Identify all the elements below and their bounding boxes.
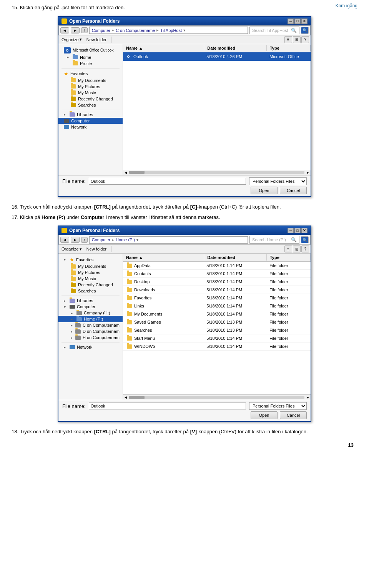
- sidebar2-item-my-music[interactable]: My Music: [58, 276, 123, 282]
- dialog1-back-btn[interactable]: ◄: [60, 27, 69, 33]
- file-row-links[interactable]: Links 5/18/2010 1:14 PM File folder: [123, 302, 311, 310]
- sidebar2-item-searches[interactable]: Searches: [58, 288, 123, 294]
- address-c-on-computername[interactable]: C on Computername: [116, 28, 155, 33]
- dialog2-search-btn[interactable]: 🔍: [301, 236, 309, 243]
- dialog1-forward-btn[interactable]: ►: [71, 27, 80, 33]
- col2-date[interactable]: Date modified: [204, 254, 267, 261]
- file-row-downloads[interactable]: Downloads 5/18/2010 1:14 PM File folder: [123, 286, 311, 294]
- dialog1-search-box[interactable]: Search Til AppHost 🔍: [249, 27, 299, 34]
- dialog2-back-btn[interactable]: ◄: [60, 237, 69, 243]
- addr2-computer[interactable]: Computer: [92, 237, 110, 242]
- sidebar-item-profile[interactable]: Profile: [58, 60, 123, 67]
- dialog2-address-path[interactable]: Computer ▸ Home (P:) ▾: [89, 236, 248, 244]
- new-folder-btn-2[interactable]: New folder: [85, 246, 108, 252]
- dialog2-open-btn[interactable]: Open: [251, 411, 278, 419]
- address-computer[interactable]: Computer: [92, 28, 110, 33]
- dialog2-up-btn[interactable]: ↑: [81, 237, 88, 243]
- sidebar2-item-home-p[interactable]: ▸ Home (P:): [58, 316, 123, 322]
- dialog2-hscrollbar[interactable]: ◄ ►: [123, 394, 311, 400]
- sidebar2-network-label: Network: [77, 345, 92, 349]
- hscroll-right[interactable]: ►: [305, 170, 311, 175]
- sidebar2-item-company-h[interactable]: ▸ Company (H:): [58, 310, 123, 316]
- sidebar2-item-d-computernam[interactable]: ▸ D on Computernam: [58, 328, 123, 334]
- sidebar-item-computer[interactable]: Computer: [58, 118, 123, 124]
- dialog1-close-btn[interactable]: ✕: [301, 18, 308, 24]
- dialog2-close-btn[interactable]: ✕: [301, 228, 308, 233]
- dialog1-up-btn[interactable]: ↑: [81, 27, 88, 33]
- col2-type[interactable]: Type: [267, 254, 311, 261]
- help-btn-2[interactable]: ?: [301, 246, 309, 252]
- toolbar-separator: [111, 37, 111, 43]
- dialog1-min-btn[interactable]: ─: [288, 18, 294, 24]
- hscroll-left[interactable]: ◄: [123, 170, 128, 175]
- sidebar-item-favorites[interactable]: ★ Favorites: [58, 70, 123, 77]
- dialog1-hscrollbar[interactable]: ◄ ►: [123, 170, 311, 175]
- help-btn[interactable]: ?: [301, 36, 309, 43]
- file-date-desktop: 5/18/2010 1:14 PM: [203, 279, 266, 285]
- dialog2-max-btn[interactable]: □: [294, 228, 301, 233]
- file-row-appdata[interactable]: AppData 5/18/2010 1:14 PM File folder: [123, 262, 311, 270]
- dialog2-min-btn[interactable]: ─: [288, 228, 294, 233]
- file-row-searches[interactable]: Searches 5/18/2010 1:13 PM File folder: [123, 326, 311, 334]
- dialog1-search-btn[interactable]: 🔍: [301, 27, 309, 34]
- dialog1-address-path[interactable]: Computer ▸ C on Computername ▸ Til AppHo…: [89, 27, 248, 34]
- new-folder-btn[interactable]: New folder: [85, 37, 108, 42]
- file-type-select-2[interactable]: Personal Folders Files: [249, 402, 307, 410]
- file-type-select[interactable]: Personal Folders Files: [249, 177, 307, 185]
- sidebar2-item-libraries[interactable]: ▸ Libraries: [58, 297, 123, 304]
- sidebar-item-ms-outlook[interactable]: O Microsoft Office Outlook: [58, 47, 123, 54]
- sidebar2-item-favorites[interactable]: ▾ ★ Favorites: [58, 256, 123, 263]
- col2-name[interactable]: Name ▲: [123, 254, 204, 261]
- file-name-input[interactable]: [89, 178, 246, 185]
- dialog2-forward-btn[interactable]: ►: [71, 237, 80, 243]
- file-name-input-2[interactable]: [89, 403, 246, 409]
- file-row-desktop[interactable]: Desktop 5/18/2010 1:14 PM File folder: [123, 278, 311, 286]
- col-name[interactable]: Name ▲: [123, 45, 204, 51]
- view-list-btn[interactable]: ≡: [284, 36, 292, 43]
- file-row-contacts[interactable]: Contacts 5/18/2010 1:14 PM File folder: [123, 270, 311, 278]
- hscroll2-track[interactable]: [129, 396, 304, 399]
- sidebar2-item-recently-changed[interactable]: Recently Changed: [58, 282, 123, 288]
- hscroll2-right[interactable]: ►: [305, 395, 311, 399]
- file-row-my-documents[interactable]: My Documents 5/18/2010 1:14 PM File fold…: [123, 310, 311, 318]
- file-row-windows[interactable]: WINDOWS 5/18/2010 1:14 PM File folder: [123, 342, 311, 351]
- view-icon-btn[interactable]: ⊞: [293, 36, 301, 43]
- sidebar2-item-h-computernam[interactable]: ▸ H on Computernam: [58, 334, 123, 341]
- addr2-home[interactable]: Home (P:): [116, 237, 135, 242]
- organize-btn[interactable]: Organize ▾: [60, 37, 83, 42]
- view-list-btn-2[interactable]: ≡: [284, 246, 292, 252]
- dialog2-cancel-btn[interactable]: Cancel: [280, 411, 307, 419]
- sidebar-item-libraries[interactable]: ▸ Libraries: [58, 112, 123, 118]
- sidebar-item-searches-1[interactable]: Searches: [58, 102, 123, 108]
- organize-btn-2[interactable]: Organize ▾: [60, 246, 83, 252]
- sidebar2-item-network[interactable]: ▸ Network: [58, 344, 123, 350]
- col-date[interactable]: Date modified: [204, 45, 267, 51]
- view-icon-btn-2[interactable]: ⊞: [293, 246, 301, 252]
- sidebar-item-my-pictures[interactable]: My Pictures: [58, 84, 123, 90]
- top-link[interactable]: Kom igång: [336, 3, 357, 8]
- sidebar-item-network[interactable]: Network: [58, 124, 123, 130]
- dialog1-cancel-btn[interactable]: Cancel: [280, 187, 307, 194]
- file-row-start-menu[interactable]: Start Menu 5/18/2010 1:14 PM File folder: [123, 334, 311, 342]
- col-type[interactable]: Type: [267, 45, 311, 51]
- address-til-apphost[interactable]: Til AppHost: [160, 28, 182, 33]
- dialog2-search-box[interactable]: Search Home (P:) 🔍: [249, 236, 299, 244]
- file-name-label-2: File name:: [62, 403, 86, 409]
- hscroll-thumb[interactable]: [129, 171, 145, 174]
- dialog1-open-btn[interactable]: Open: [251, 187, 278, 194]
- sidebar-item-my-documents[interactable]: My Documents: [58, 77, 123, 84]
- dialog1-max-btn[interactable]: □: [294, 18, 301, 24]
- file-row-favorites[interactable]: Favorites 5/18/2010 1:14 PM File folder: [123, 294, 311, 302]
- sidebar2-item-computer[interactable]: ▾ Computer: [58, 304, 123, 310]
- sidebar-item-home[interactable]: ▸ Home: [58, 54, 123, 60]
- file-row-saved-games[interactable]: Saved Games 5/18/2010 1:13 PM File folde…: [123, 318, 311, 326]
- sidebar2-item-my-pictures[interactable]: My Pictures: [58, 269, 123, 276]
- sidebar-item-recently-changed[interactable]: Recently Changed: [58, 96, 123, 102]
- hscroll2-thumb[interactable]: [129, 396, 145, 399]
- hscroll2-left[interactable]: ◄: [123, 395, 128, 399]
- hscroll-track[interactable]: [129, 171, 304, 174]
- sidebar2-item-c-computernam[interactable]: ▸ C on Computernam: [58, 322, 123, 328]
- sidebar2-item-my-documents[interactable]: My Documents: [58, 263, 123, 269]
- sidebar-item-my-music[interactable]: My Music: [58, 90, 123, 96]
- file-row-outlook[interactable]: O Outlook 5/18/2010 4:26 PM Microsoft Of…: [123, 52, 311, 61]
